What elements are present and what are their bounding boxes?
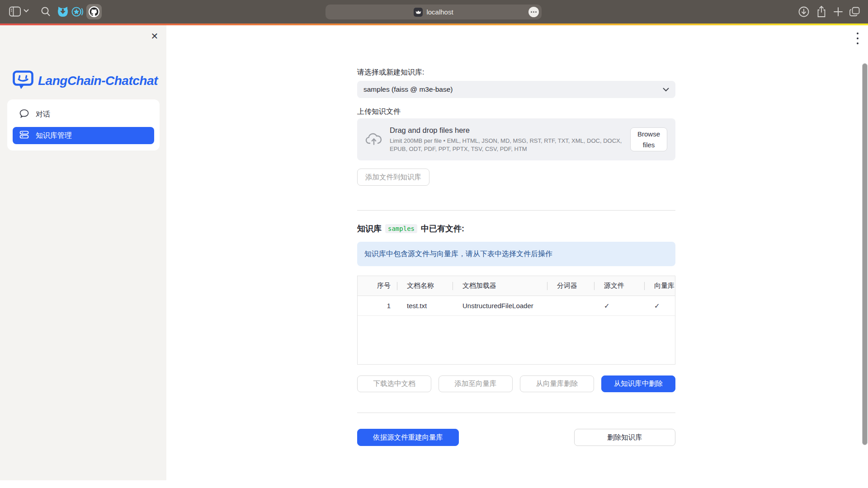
download-icon[interactable] xyxy=(798,6,809,17)
table-header-row: 序号 文档名称 文档加载器 分词器 源文件 向量库 xyxy=(358,276,675,296)
browser-toolbar: localhost xyxy=(0,0,868,23)
sidebar-item-knowledge-base[interactable]: 知识库管理 xyxy=(13,127,154,144)
chevron-down-icon[interactable] xyxy=(24,9,29,13)
section-divider xyxy=(357,413,675,413)
dropzone-title: Drag and drop files here xyxy=(390,126,630,135)
download-selected-button[interactable]: 下载选中文档 xyxy=(357,375,431,392)
kb-files-table: 序号 文档名称 文档加载器 分词器 源文件 向量库 1 test.txt Uns… xyxy=(357,276,675,365)
kb-selected-value: samples (faiss @ m3e-base) xyxy=(363,85,663,94)
sidebar: ✕ LangChain-Chatchat 对话 xyxy=(0,25,166,480)
app-viewport: ✕ LangChain-Chatchat 对话 xyxy=(0,25,868,488)
sidebar-close-icon[interactable]: ✕ xyxy=(148,30,161,42)
github-extension-icon[interactable] xyxy=(86,4,102,19)
column-header[interactable]: 分词器 xyxy=(547,276,594,296)
cloud-upload-icon xyxy=(365,131,382,148)
cell-splitter xyxy=(547,296,594,315)
address-bar[interactable]: localhost xyxy=(326,5,542,19)
column-header[interactable]: 文档名称 xyxy=(397,276,453,296)
kb-heading-suffix: 中已有文件: xyxy=(421,223,464,234)
sidebar-item-label: 对话 xyxy=(36,110,50,119)
main-content: 请选择或新建知识库: samples (faiss @ m3e-base) 上传… xyxy=(357,25,675,446)
column-header[interactable]: 向量库 xyxy=(644,276,675,296)
new-tab-icon[interactable] xyxy=(833,7,843,17)
scrollbar-thumb[interactable] xyxy=(862,63,868,445)
section-divider xyxy=(357,210,675,211)
database-icon xyxy=(19,130,29,141)
sidebar-item-dialogue[interactable]: 对话 xyxy=(13,106,154,123)
column-header[interactable]: 源文件 xyxy=(594,276,644,296)
cell-doc-name: test.txt xyxy=(397,296,453,315)
cell-source-check: ✓ xyxy=(594,296,644,315)
sidebar-nav: 对话 知识库管理 xyxy=(7,99,160,150)
share-icon[interactable] xyxy=(816,5,827,18)
file-dropzone[interactable]: Drag and drop files here Limit 200MB per… xyxy=(357,118,675,160)
column-header[interactable]: 序号 xyxy=(358,276,397,296)
add-to-vector-store-button[interactable]: 添加至向量库 xyxy=(439,375,513,392)
row-actions: 下载选中文档 添加至向量库 从向量库删除 从知识库中删除 xyxy=(357,375,675,392)
remove-from-vector-store-button[interactable]: 从向量库删除 xyxy=(520,375,594,392)
sidebar-toggle-icon[interactable] xyxy=(9,6,21,17)
kb-files-heading: 知识库 samples 中已有文件: xyxy=(357,223,675,234)
delete-kb-button[interactable]: 删除知识库 xyxy=(574,429,675,446)
column-header[interactable]: 文档加载器 xyxy=(453,276,547,296)
selectbox-chevron-icon xyxy=(663,85,669,94)
browse-files-button[interactable]: Browse files xyxy=(630,127,667,151)
sidebar-item-label: 知识库管理 xyxy=(36,131,72,141)
kb-selectbox[interactable]: samples (faiss @ m3e-base) xyxy=(357,81,675,98)
upload-label: 上传知识文件 xyxy=(357,107,675,117)
cat-catch-extension-icon[interactable] xyxy=(57,6,68,18)
cell-loader: UnstructuredFileLoader xyxy=(453,296,547,315)
site-favicon xyxy=(414,8,423,17)
dropzone-hint: Limit 200MB per file • EML, HTML, JSON, … xyxy=(390,137,629,153)
rebuild-vector-store-button[interactable]: 依据源文件重建向量库 xyxy=(357,429,459,446)
chat-bubble-icon xyxy=(19,109,29,120)
delete-from-kb-button[interactable]: 从知识库中删除 xyxy=(601,375,675,392)
cell-vector-check: ✓ xyxy=(644,296,675,315)
app-menu-kebab-icon[interactable] xyxy=(855,31,860,46)
app-logo: LangChain-Chatchat xyxy=(13,70,158,91)
kb-name-code: samples xyxy=(385,224,417,233)
info-banner: 知识库中包含源文件与向量库，请从下表中选择文件后操作 xyxy=(357,242,675,266)
logo-text: LangChain-Chatchat xyxy=(38,74,158,88)
table-row[interactable]: 1 test.txt UnstructuredFileLoader ✓ ✓ xyxy=(358,296,675,316)
logo-chat-icon xyxy=(13,70,33,91)
bottom-actions: 依据源文件重建向量库 删除知识库 xyxy=(357,429,675,446)
kb-heading-prefix: 知识库 xyxy=(357,223,382,234)
search-icon[interactable] xyxy=(41,6,51,17)
url-text: localhost xyxy=(426,8,453,16)
tabs-overview-icon[interactable] xyxy=(849,6,860,17)
page-more-button[interactable] xyxy=(528,7,539,17)
cell-index: 1 xyxy=(358,296,397,315)
dropzone-texts: Drag and drop files here Limit 200MB per… xyxy=(390,126,630,153)
broadcast-extension-icon[interactable] xyxy=(71,6,84,18)
kb-select-label: 请选择或新建知识库: xyxy=(357,68,675,77)
add-files-to-kb-button[interactable]: 添加文件到知识库 xyxy=(357,169,429,186)
